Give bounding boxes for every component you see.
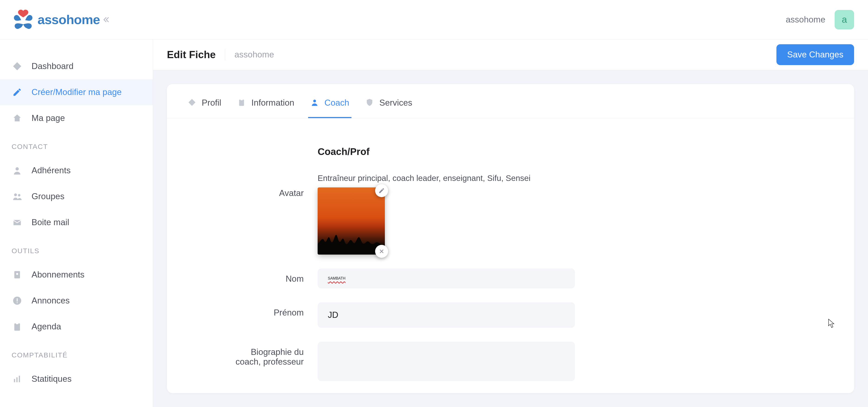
brand-logo[interactable]: assohome: [11, 9, 100, 30]
label-nom: Nom: [229, 269, 318, 284]
sidebar-item-label: Dashboard: [32, 61, 73, 71]
tab-content: Coach/Prof Entraîneur principal, coach l…: [167, 118, 854, 393]
svg-rect-9: [16, 323, 19, 324]
divider: [225, 49, 225, 61]
sidebar-item-label: Créer/Modifier ma page: [32, 87, 122, 97]
nom-input[interactable]: SAMBATH: [318, 269, 575, 289]
save-button[interactable]: Save Changes: [776, 44, 854, 65]
sidebar-collapse-button[interactable]: [100, 14, 111, 25]
diamond-icon: [188, 98, 197, 107]
topbar: assohome assohome a: [0, 0, 868, 39]
label-bio-1: Biographie du: [229, 347, 304, 357]
shield-icon: [365, 98, 375, 107]
sidebar-item-my-page[interactable]: Ma page: [0, 105, 153, 131]
account-name[interactable]: assohome: [786, 15, 825, 25]
avatar-image: [318, 188, 385, 255]
page: Edit Fiche assohome Save Changes Profil …: [153, 39, 868, 407]
tab-label: Profil: [202, 98, 221, 108]
svg-rect-10: [14, 379, 15, 382]
sidebar-item-dashboard[interactable]: Dashboard: [0, 53, 153, 79]
svg-rect-7: [17, 302, 18, 303]
row-avatar: Avatar: [318, 188, 721, 255]
brand-name: assohome: [37, 12, 100, 27]
row-nom: Nom SAMBATH: [318, 269, 721, 289]
tab-label: Information: [251, 98, 294, 108]
row-prenom: Prénom: [318, 302, 721, 328]
tabs: Profil Information Coach Services: [167, 84, 854, 118]
topbar-right: assohome a: [786, 10, 854, 29]
tab-profil[interactable]: Profil: [185, 93, 223, 118]
sidebar-item-adherents[interactable]: Adhérents: [0, 158, 153, 183]
clipboard-icon: [11, 321, 23, 332]
svg-point-4: [16, 273, 18, 275]
field-nom: SAMBATH: [318, 269, 575, 289]
chart-icon: [11, 373, 23, 384]
tab-information[interactable]: Information: [235, 93, 297, 118]
label-bio-2: coach, professeur: [229, 357, 304, 367]
sidebar-item-agenda[interactable]: Agenda: [0, 314, 153, 340]
badge-icon: [11, 269, 23, 280]
sidebar-item-abonnements[interactable]: Abonnements: [0, 262, 153, 288]
section-description: Entraîneur principal, coach leader, ense…: [318, 173, 721, 183]
sidebar-item-label: Statitiques: [32, 374, 72, 384]
page-header: Edit Fiche assohome Save Changes: [153, 39, 868, 70]
tab-label: Coach: [324, 98, 349, 108]
svg-rect-12: [19, 376, 20, 382]
diamond-icon: [11, 61, 23, 72]
avatar-remove-button[interactable]: [375, 245, 388, 258]
sidebar-item-groupes[interactable]: Groupes: [0, 183, 153, 209]
tab-label: Services: [379, 98, 412, 108]
sidebar-section-compta: COMPTABILITÉ: [0, 340, 153, 366]
tab-services[interactable]: Services: [363, 93, 414, 118]
field-prenom: [318, 302, 575, 328]
nom-value: SAMBATH: [328, 276, 345, 280]
sidebar-item-label: Abonnements: [32, 270, 84, 280]
person-icon: [310, 98, 320, 107]
label-avatar: Avatar: [229, 188, 318, 198]
sidebar-item-label: Boite mail: [32, 217, 69, 227]
label-prenom: Prénom: [229, 302, 318, 317]
svg-rect-6: [17, 298, 18, 302]
section-heading: Coach/Prof: [318, 146, 721, 157]
svg-rect-8: [14, 324, 20, 331]
svg-point-1: [14, 194, 17, 196]
svg-point-2: [18, 194, 21, 197]
avatar-edit-button[interactable]: [375, 184, 388, 197]
clipboard-icon: [238, 98, 247, 107]
prenom-input[interactable]: [318, 302, 575, 328]
sidebar: Dashboard Créer/Modifier ma page Ma page…: [0, 39, 153, 407]
tab-coach[interactable]: Coach: [308, 93, 351, 118]
svg-rect-11: [17, 377, 18, 382]
sidebar-item-label: Adhérents: [32, 166, 71, 175]
home-icon: [11, 112, 23, 124]
edit-icon: [11, 87, 23, 98]
mail-icon: [11, 217, 23, 228]
row-bio: Biographie du coach, professeur: [318, 342, 721, 382]
group-icon: [11, 191, 23, 202]
sidebar-section-contact: CONTACT: [0, 131, 153, 158]
account-avatar[interactable]: a: [835, 10, 854, 29]
person-icon: [11, 165, 23, 176]
sidebar-item-annonces[interactable]: Annonces: [0, 288, 153, 314]
coach-form: Coach/Prof Entraîneur principal, coach l…: [318, 146, 721, 382]
svg-point-15: [313, 100, 316, 102]
sidebar-item-mail[interactable]: Boite mail: [0, 209, 153, 235]
page-title: Edit Fiche: [167, 49, 216, 61]
avatar-preview: [318, 188, 385, 255]
field-avatar: [318, 188, 575, 255]
svg-rect-14: [241, 99, 243, 100]
card: Profil Information Coach Services Coach/…: [167, 84, 854, 393]
page-subtitle: assohome: [235, 50, 274, 60]
logo-section: assohome: [0, 0, 153, 39]
sidebar-item-create-page[interactable]: Créer/Modifier ma page: [0, 79, 153, 105]
field-bio: [318, 342, 575, 382]
alert-icon: [11, 295, 23, 306]
sidebar-item-stats[interactable]: Statitiques: [0, 366, 153, 392]
svg-rect-13: [239, 100, 244, 106]
bio-textarea[interactable]: [318, 342, 575, 381]
brand-mark-icon: [11, 9, 35, 30]
sidebar-item-label: Ma page: [32, 113, 65, 123]
sidebar-section-outils: OUTILS: [0, 235, 153, 262]
svg-point-0: [16, 167, 19, 170]
sidebar-item-label: Agenda: [32, 322, 61, 332]
